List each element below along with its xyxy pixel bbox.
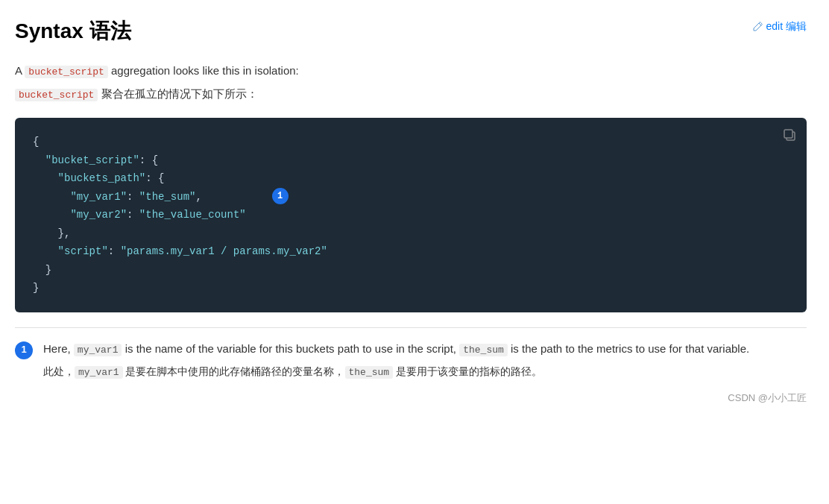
ann-zh-code2: the_sum <box>345 366 394 379</box>
desc1-prefix: A <box>15 64 25 77</box>
ann-zh-prefix: 此处， <box>43 365 75 377</box>
annotation-text-zh: 此处，my_var1 是要在脚本中使用的此存储桶路径的变量名称，the_sum … <box>43 363 807 381</box>
annotation-text-en: Here, my_var1 is the name of the variabl… <box>43 340 807 359</box>
edit-icon <box>753 21 763 31</box>
annotation-badge-left: 1 <box>15 341 33 359</box>
ann-en-prefix: Here, <box>43 342 74 355</box>
ann-en-code2: the_sum <box>459 344 508 356</box>
code-block: { "bucket_script": { "buckets_path": { "… <box>15 118 807 312</box>
description-line-1: A bucket_script aggregation looks like t… <box>15 62 807 81</box>
desc1-suffix: aggregation looks like this in isolation… <box>108 64 299 77</box>
edit-link[interactable]: edit 编辑 <box>753 18 807 34</box>
ann-zh-mid2: 是要用于该变量的指标的路径。 <box>393 365 542 377</box>
page-title: Syntax 语法 <box>15 15 131 48</box>
desc2-suffix: 聚合在孤立的情况下如下所示： <box>98 87 257 100</box>
ann-zh-mid1: 是要在脚本中使用的此存储桶路径的变量名称， <box>123 365 345 377</box>
page-header: Syntax 语法 edit 编辑 <box>15 15 807 48</box>
ann-en-code1: my_var1 <box>74 344 122 356</box>
copy-icon <box>783 128 796 142</box>
edit-label[interactable]: edit 编辑 <box>766 18 807 34</box>
ann-en-mid1: is the name of the variable for this buc… <box>122 342 459 355</box>
watermark: CSDN @小小工匠 <box>15 391 807 406</box>
code-content: { "bucket_script": { "buckets_path": { "… <box>33 133 792 297</box>
svg-rect-1 <box>784 130 792 138</box>
desc2-code: bucket_script <box>15 89 98 101</box>
annotation-content: Here, my_var1 is the name of the variabl… <box>43 340 807 381</box>
ann-zh-code1: my_var1 <box>75 366 123 379</box>
ann-en-mid2: is the path to the metrics to use for th… <box>508 342 749 355</box>
desc1-code: bucket_script <box>25 66 107 78</box>
description-line-2: bucket_script 聚合在孤立的情况下如下所示： <box>15 85 807 104</box>
section-divider <box>15 327 807 328</box>
annotation-section: 1 Here, my_var1 is the name of the varia… <box>15 340 807 381</box>
copy-button[interactable] <box>783 128 796 145</box>
annotation-badge-inline: 1 <box>272 188 289 204</box>
